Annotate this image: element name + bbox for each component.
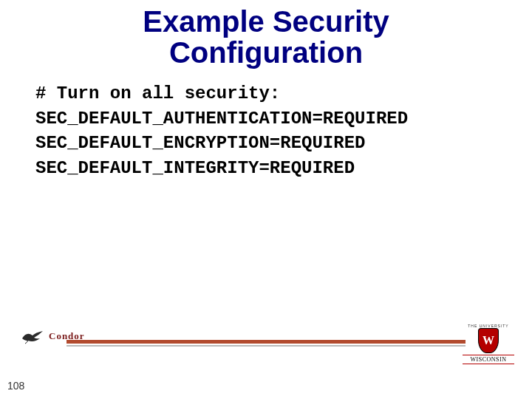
- slide: Example Security Configuration # Turn on…: [0, 0, 532, 399]
- crest-letter: W: [482, 334, 494, 347]
- crest-icon: W: [478, 328, 499, 353]
- config-line: SEC_DEFAULT_AUTHENTICATION=REQUIRED: [35, 106, 532, 132]
- slide-number: 108: [7, 380, 24, 392]
- title-line-1: Example Security: [143, 5, 389, 38]
- rule-red: [66, 340, 466, 344]
- config-line: SEC_DEFAULT_ENCRYPTION=REQUIRED: [35, 131, 532, 156]
- wisconsin-top-text: THE UNIVERSITY: [463, 324, 514, 328]
- wisconsin-label: WISCONSIN: [463, 355, 514, 364]
- slide-footer: Condor THE UNIVERSITY W WISCONSIN: [0, 324, 532, 368]
- slide-title: Example Security Configuration: [0, 0, 532, 68]
- wisconsin-logo: THE UNIVERSITY W WISCONSIN: [463, 324, 514, 364]
- config-line: SEC_DEFAULT_INTEGRITY=REQUIRED: [35, 156, 532, 181]
- title-line-2: Configuration: [169, 36, 363, 69]
- config-code-block: # Turn on all security: SEC_DEFAULT_AUTH…: [35, 81, 532, 180]
- footer-rule: [66, 340, 466, 347]
- rule-gray: [66, 345, 466, 347]
- eagle-icon: [21, 328, 46, 344]
- config-line: # Turn on all security:: [35, 81, 532, 106]
